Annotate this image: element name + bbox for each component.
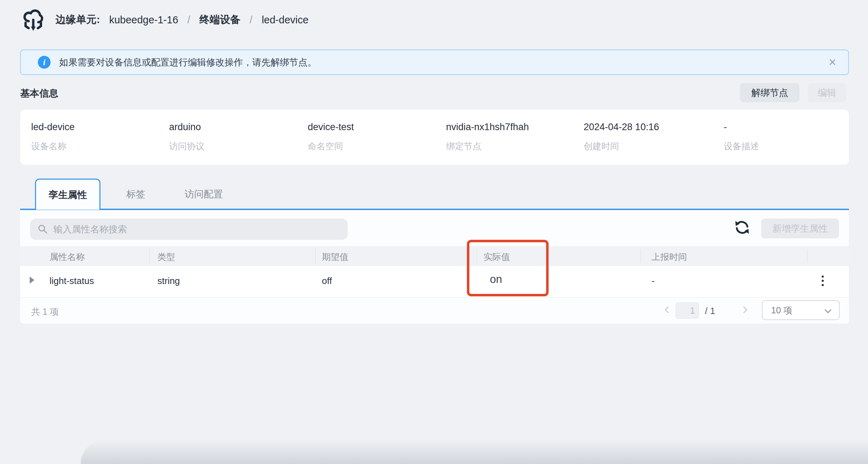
column-divider <box>315 249 316 263</box>
col-desired-value: 期望值 <box>322 251 348 263</box>
twin-attributes-panel: 新增孪生属性 属性名称 类型 期望值 实际值 上报时间 light-status… <box>20 210 849 324</box>
unbind-node-button[interactable]: 解绑节点 <box>740 83 799 102</box>
total-count: 共 1 项 <box>31 306 59 318</box>
field-description: - 设备描述 <box>724 122 759 152</box>
edit-button[interactable]: 编辑 <box>808 83 846 102</box>
info-icon: i <box>38 56 51 69</box>
breadcrumb-devices[interactable]: 终端设备 <box>199 13 241 27</box>
column-divider <box>641 249 641 263</box>
field-protocol: arduino 访问协议 <box>169 122 204 152</box>
namespace-label: 命名空间 <box>308 140 354 152</box>
bound-node-label: 绑定节点 <box>446 140 529 152</box>
breadcrumb-current-device: led-device <box>262 14 308 26</box>
table-row: light-status string off on - <box>20 266 849 298</box>
col-actual-value: 实际值 <box>484 251 510 263</box>
add-twin-attribute-button[interactable]: 新增孪生属性 <box>761 219 839 238</box>
col-type: 类型 <box>157 251 175 263</box>
search-input[interactable] <box>30 219 348 240</box>
table-header: 属性名称 类型 期望值 实际值 上报时间 <box>20 246 849 266</box>
bottom-shadow <box>81 440 868 464</box>
basic-info-card: led-device 设备名称 arduino 访问协议 device-test… <box>20 110 849 165</box>
cell-report-time: - <box>652 276 655 286</box>
field-namespace: device-test 命名空间 <box>308 122 354 152</box>
kubeedge-logo-icon <box>20 8 46 32</box>
tab-labels[interactable]: 标签 <box>118 179 154 210</box>
column-divider <box>149 249 150 263</box>
column-divider <box>807 249 808 263</box>
banner-message: 如果需要对设备信息或配置进行编辑修改操作，请先解绑节点。 <box>59 56 317 69</box>
device-name-value: led-device <box>31 122 75 133</box>
namespace-value: device-test <box>308 122 354 133</box>
description-label: 设备描述 <box>724 140 759 152</box>
create-time-label: 创建时间 <box>584 140 659 152</box>
basic-info-title: 基本信息 <box>20 87 58 100</box>
page-total: / 1 <box>705 306 715 317</box>
breadcrumb-separator: / <box>187 14 190 26</box>
field-device-name: led-device 设备名称 <box>31 122 75 152</box>
tab-twin-attributes[interactable]: 孪生属性 <box>35 179 100 210</box>
chevron-left-icon[interactable] <box>662 305 672 315</box>
create-time-value: 2024-04-28 10:16 <box>584 122 659 133</box>
chevron-right-icon[interactable] <box>740 305 750 315</box>
protocol-label: 访问协议 <box>169 140 204 152</box>
unbind-hint-banner: i 如果需要对设备信息或配置进行编辑修改操作，请先解绑节点。 × <box>20 50 849 75</box>
column-divider <box>477 249 477 263</box>
row-expand-triangle-icon[interactable] <box>30 277 34 284</box>
row-kebab-menu-icon[interactable] <box>820 274 825 288</box>
refresh-icon[interactable] <box>734 219 750 236</box>
breadcrumb-edge-unit[interactable]: kubeedge-1-16 <box>109 14 178 26</box>
cell-desired-value: off <box>322 276 332 286</box>
description-value: - <box>724 122 759 133</box>
bound-node-value: nvidia-nx1hsh7fhah <box>446 122 529 133</box>
close-icon[interactable]: × <box>829 55 836 69</box>
col-attribute-name: 属性名称 <box>50 251 85 263</box>
device-detail-page: 边缘单元: kubeedge-1-16 / 终端设备 / led-device … <box>0 0 868 464</box>
page-number-input[interactable] <box>676 302 699 319</box>
col-report-time: 上报时间 <box>652 251 687 263</box>
field-create-time: 2024-04-28 10:16 创建时间 <box>584 122 659 152</box>
breadcrumb-separator: / <box>250 14 253 26</box>
device-name-label: 设备名称 <box>31 140 75 152</box>
cell-actual-value: on <box>490 273 502 286</box>
cell-type: string <box>157 276 180 286</box>
page-size-value: 10 项 <box>771 304 792 316</box>
tab-access-config[interactable]: 访问配置 <box>175 179 232 210</box>
page-size-select[interactable]: 10 项 <box>762 300 840 320</box>
cell-attribute-name: light-status <box>50 276 94 286</box>
field-bound-node: nvidia-nx1hsh7fhah 绑定节点 <box>446 122 529 152</box>
breadcrumb-label: 边缘单元: <box>56 13 100 27</box>
protocol-value: arduino <box>169 122 204 133</box>
chevron-down-icon <box>823 307 833 316</box>
breadcrumb: 边缘单元: kubeedge-1-16 / 终端设备 / led-device <box>20 7 308 33</box>
table-footer: 共 1 项 / 1 10 项 <box>20 298 849 324</box>
